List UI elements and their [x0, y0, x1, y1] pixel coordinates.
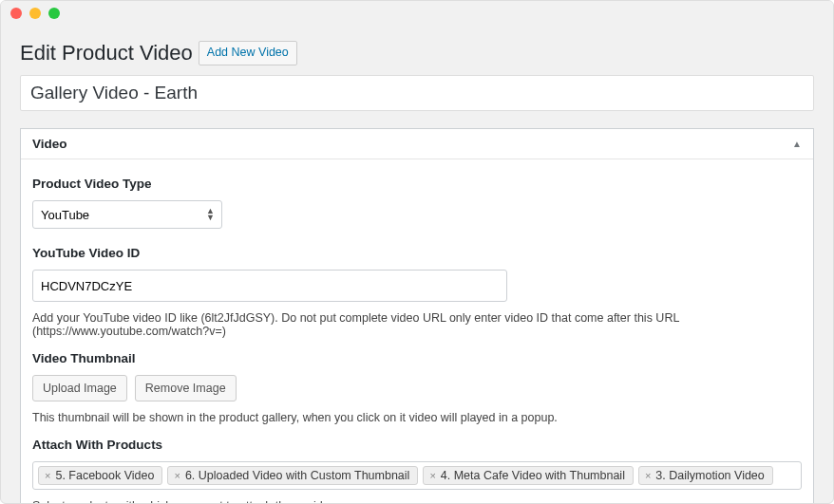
remove-token-icon[interactable]: × [45, 471, 50, 481]
post-title-input[interactable] [20, 75, 814, 111]
token-label: 6. Uploaded Video with Custom Thumbnail [185, 469, 409, 482]
page-header: Edit Product Video Add New Video [20, 41, 814, 65]
chevron-up-icon[interactable]: ▲ [792, 140, 802, 149]
video-type-select-wrap: YouTube ▲▼ [32, 200, 222, 229]
page-body: Edit Product Video Add New Video Video ▲… [1, 26, 833, 504]
product-token: × 5. Facebook Video [38, 466, 162, 485]
video-type-label: Product Video Type [32, 177, 802, 191]
add-new-video-button[interactable]: Add New Video [199, 41, 297, 65]
upload-image-button[interactable]: Upload Image [32, 375, 127, 401]
remove-token-icon[interactable]: × [429, 471, 435, 481]
window-titlebar [1, 1, 833, 26]
attach-products-field[interactable]: × 5. Facebook Video × 6. Uploaded Video … [32, 461, 802, 490]
page-title: Edit Product Video [20, 41, 193, 65]
product-token: × 3. Dailymotion Video [638, 466, 773, 485]
video-id-label: YouTube Video ID [32, 246, 802, 260]
metabox-header[interactable]: Video ▲ [21, 129, 813, 159]
product-token: × 4. Meta Cafe Video with Thumbnail [423, 466, 634, 485]
maximize-icon[interactable] [48, 8, 60, 19]
attach-help: Select products with which you want to a… [32, 499, 802, 504]
metabox-body: Product Video Type YouTube ▲▼ YouTube Vi… [21, 159, 813, 504]
window-frame: Edit Product Video Add New Video Video ▲… [0, 0, 834, 504]
metabox-title: Video [32, 137, 67, 151]
product-token: × 6. Uploaded Video with Custom Thumbnai… [167, 466, 418, 485]
video-id-help: Add your YouTube video ID like (6lt2JfJd… [32, 311, 802, 338]
token-label: 4. Meta Cafe Video with Thumbnail [441, 469, 625, 482]
token-label: 5. Facebook Video [55, 469, 154, 482]
minimize-icon[interactable] [29, 8, 41, 19]
remove-token-icon[interactable]: × [645, 471, 651, 481]
video-id-input[interactable] [32, 270, 507, 302]
remove-image-button[interactable]: Remove Image [135, 375, 237, 401]
attach-label: Attach With Products [32, 438, 802, 452]
video-type-select[interactable]: YouTube [32, 200, 222, 229]
thumbnail-label: Video Thumbnail [32, 351, 802, 365]
close-icon[interactable] [10, 8, 22, 19]
video-metabox: Video ▲ Product Video Type YouTube ▲▼ Yo… [20, 128, 814, 504]
remove-token-icon[interactable]: × [174, 471, 180, 481]
token-label: 3. Dailymotion Video [655, 469, 764, 482]
thumbnail-help: This thumbnail will be shown in the prod… [32, 411, 802, 424]
thumbnail-buttons: Upload Image Remove Image [32, 375, 802, 401]
